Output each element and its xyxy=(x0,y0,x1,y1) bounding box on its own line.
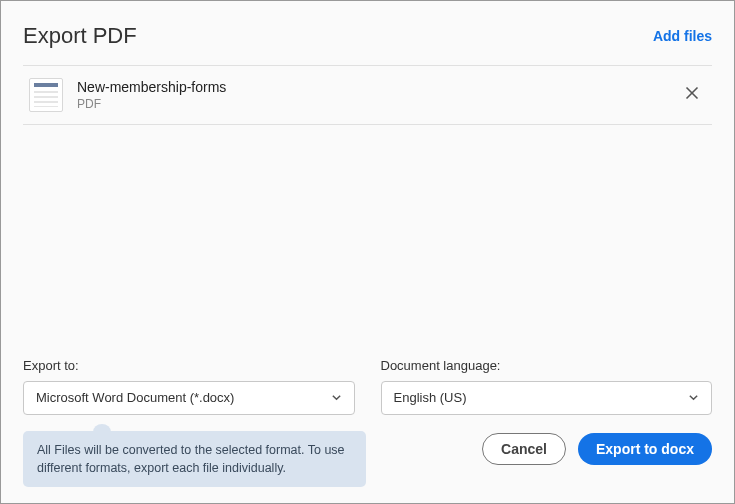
chevron-down-icon xyxy=(331,389,342,407)
file-thumbnail-icon xyxy=(29,78,63,112)
export-to-label: Export to: xyxy=(23,358,355,373)
button-group: Cancel Export to docx xyxy=(482,433,712,465)
file-row: New-membership-forms PDF xyxy=(23,66,712,124)
file-name: New-membership-forms xyxy=(77,79,678,95)
export-button[interactable]: Export to docx xyxy=(578,433,712,465)
action-row: All Files will be converted to the selec… xyxy=(23,429,712,487)
export-pdf-dialog: Export PDF Add files New-membership-form… xyxy=(0,0,735,504)
dialog-header: Export PDF Add files xyxy=(1,1,734,65)
chevron-down-icon xyxy=(688,389,699,407)
export-to-select[interactable]: Microsoft Word Document (*.docx) xyxy=(23,381,355,415)
language-label: Document language: xyxy=(381,358,713,373)
export-to-field: Export to: Microsoft Word Document (*.do… xyxy=(23,358,355,415)
language-value: English (US) xyxy=(394,390,467,405)
add-files-link[interactable]: Add files xyxy=(653,28,712,44)
controls-row: Export to: Microsoft Word Document (*.do… xyxy=(23,358,712,415)
language-select[interactable]: English (US) xyxy=(381,381,713,415)
remove-file-button[interactable] xyxy=(678,81,706,109)
file-list: New-membership-forms PDF xyxy=(23,65,712,125)
close-icon xyxy=(685,86,699,104)
cancel-button[interactable]: Cancel xyxy=(482,433,566,465)
dialog-bottom: Export to: Microsoft Word Document (*.do… xyxy=(1,358,734,503)
file-type: PDF xyxy=(77,97,678,111)
format-tooltip: All Files will be converted to the selec… xyxy=(23,431,366,487)
export-to-value: Microsoft Word Document (*.docx) xyxy=(36,390,234,405)
language-field: Document language: English (US) xyxy=(381,358,713,415)
dialog-title: Export PDF xyxy=(23,23,137,49)
file-info: New-membership-forms PDF xyxy=(77,79,678,111)
